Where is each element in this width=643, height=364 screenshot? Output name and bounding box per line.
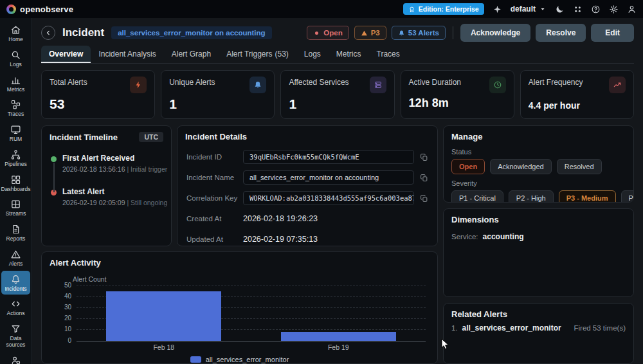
copy-icon[interactable] [420,153,428,161]
edition-badge[interactable]: Edition: Enterprise [403,3,484,15]
sidebar-item-home[interactable]: Home [1,21,30,46]
sidebar-item-streams[interactable]: Streams [1,196,30,220]
status-acknowledged-button[interactable]: Acknowledged [490,159,552,174]
chart-x-axis: Feb 18Feb 19 [77,341,426,350]
x-tick-label: Feb 18 [77,343,251,351]
sidebar-item-rum[interactable]: RUM [1,121,30,145]
stat-alert-frequency: Alert Frequency 4.4 per hour [520,70,634,119]
divider [453,26,453,39]
timeline-connector [53,163,55,192]
sidebar-item-data-sources[interactable]: Data sources [1,320,30,351]
tab-logs[interactable]: Logs [296,46,329,63]
severity-p2-button[interactable]: P2 - High [509,190,554,203]
y-tick-label: 40 [55,293,71,300]
status-badge-open: Open [307,26,349,40]
related-alert-row[interactable]: 1. all_services_error_monitor Fired 53 t… [444,322,633,332]
tab-alert-graph[interactable]: Alert Graph [164,46,219,63]
server-icon [370,77,386,93]
stat-total-alerts: Total Alerts 53 [41,70,155,119]
brand[interactable]: openobserve [6,5,73,14]
resolve-button[interactable]: Resolve [536,24,586,42]
green-dot-icon [51,156,57,162]
warning-triangle-icon [361,30,368,37]
stat-cards: Total Alerts 53 Unique Alerts 1 Affected… [41,70,634,119]
org-selector[interactable]: default [511,5,547,14]
sidebar-item-traces[interactable]: Traces [1,96,30,120]
sidebar-item-logs[interactable]: Logs [1,46,30,71]
chart-legend[interactable]: all_services_error_monitor [42,356,437,363]
sidebar-item-alerts[interactable]: Alerts [1,246,30,270]
bolt-icon [130,77,147,93]
users-icon [10,355,21,364]
stat-active-duration: Active Duration 12h 8m [401,70,514,119]
bell-icon [398,30,405,37]
y-tick-label: 20 [55,314,71,322]
status-open-button[interactable]: Open [451,159,485,174]
tab-bar: Overview Incident Analysis Alert Graph A… [41,46,634,64]
back-button[interactable] [41,26,55,40]
field-correlation-key: Correlation Key WORKLOAD:ab2a0318338443d… [186,190,428,206]
chart-y-axis-label: Alert Count [73,275,437,283]
field-incident-name: Incident Name all_services_error_monitor… [186,170,428,185]
fired-count: Fired 53 time(s) [574,324,626,332]
correlation-key-value: WORKLOAD:ab2a0318338443d555af95c6a003ea8… [243,191,414,205]
bar-chart: 01020304050 [77,286,426,341]
utc-badge: UTC [139,132,163,142]
traces-graph-icon [10,99,21,110]
stat-value: 1 [169,96,266,112]
warning-triangle-icon [10,249,21,260]
sidebar-item-actions[interactable]: Actions [1,295,30,320]
sidebar-item-dashboards[interactable]: Dashboards [1,171,30,196]
stat-value: 53 [50,96,147,112]
status-resolved-button[interactable]: Resolved [557,159,602,174]
stat-affected-services: Affected Services 1 [280,70,394,119]
y-tick-label: 50 [55,282,71,289]
status-label: Status [451,148,626,156]
edit-button[interactable]: Edit [591,24,634,42]
help-icon[interactable] [591,5,601,14]
sidebar: Home Logs Metrics Traces RUM Pipelines D… [0,18,32,364]
apps-icon[interactable] [573,5,583,14]
dimension-key: Service: [451,233,478,241]
created-at-value: 2026-02-18 19:26:23 [243,214,318,223]
tab-overview[interactable]: Overview [41,46,91,63]
field-created-at: Created At 2026-02-18 19:26:23 [186,211,428,226]
incident-header: Incident all_services_error_monitor on a… [32,18,643,44]
sidebar-item-pipelines[interactable]: Pipelines [1,146,30,170]
tab-incident-analysis[interactable]: Incident Analysis [91,46,163,63]
priority-badge: P3 [354,26,386,40]
dimensions-panel: Dimensions Service:accounting [443,208,634,297]
related-alerts-panel: Related Alerts 1. all_services_error_mon… [443,303,634,364]
settings-gear-icon[interactable] [609,5,619,14]
y-tick-label: 0 [55,337,71,344]
ai-sparkle-icon[interactable] [493,5,502,14]
copy-icon[interactable] [420,174,428,182]
timeline-event-first-alert: First Alert Received 2026-02-18 13:56:16… [51,154,163,173]
tab-alert-triggers[interactable]: Alert Triggers(53) [219,46,296,63]
acknowledge-button[interactable]: Acknowledge [460,24,530,42]
caret-down-icon [539,5,547,13]
chart-title: Alert Activity [50,258,101,268]
openobserve-logo-icon [6,5,16,14]
field-updated-at: Updated At 2026-02-19 07:35:13 [186,232,428,246]
sidebar-item-metrics[interactable]: Metrics [1,71,30,96]
trend-up-icon [609,77,626,93]
grid-icon [10,174,21,185]
severity-p3-button[interactable]: P3 - Medium [559,190,616,203]
sidebar-item-iam[interactable]: IAM [1,352,30,364]
stat-value: 12h 8m [409,96,506,110]
bar-feb-18 [106,291,221,341]
document-icon [10,224,21,235]
incident-id-value: 39qUEbRsbFc0km55mCQk5fQWcmE [243,150,414,164]
copy-icon[interactable] [420,194,428,203]
clock-icon [489,77,506,93]
sidebar-item-reports[interactable]: Reports [1,221,30,245]
severity-p1-button[interactable]: P1 - Critical [451,190,503,203]
field-incident-id: Incident ID 39qUEbRsbFc0km55mCQk5fQWcmE [186,149,428,165]
tab-traces[interactable]: Traces [369,46,408,63]
severity-p4-button[interactable]: P4 - Low [621,190,635,203]
sidebar-item-incidents[interactable]: Incidents [1,271,30,295]
theme-toggle-moon-icon[interactable] [555,5,565,14]
account-icon[interactable] [627,5,637,14]
tab-metrics[interactable]: Metrics [329,46,369,63]
